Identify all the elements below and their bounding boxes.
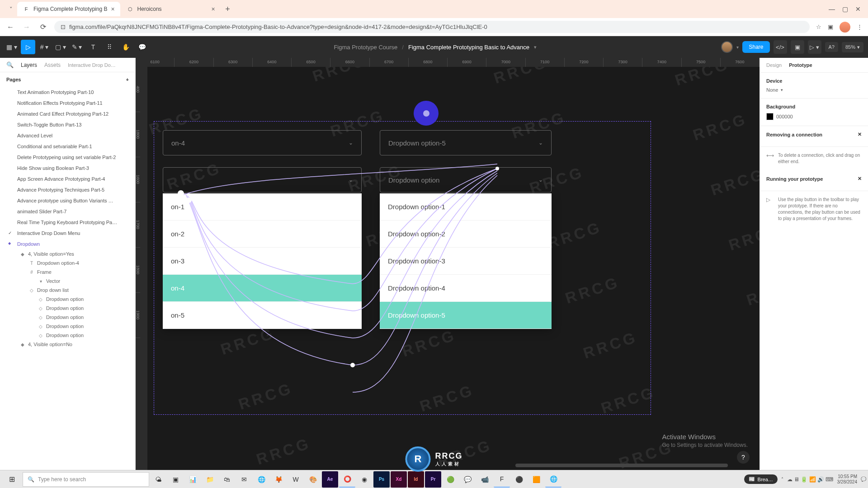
dropdown-option[interactable]: on-1 <box>163 193 362 221</box>
layer-item[interactable]: ▾Vector <box>0 277 135 286</box>
start-button[interactable]: ⊞ <box>2 471 22 488</box>
chrome-icon[interactable]: 🌐 <box>545 471 561 488</box>
close-tab-icon[interactable]: × <box>111 5 114 13</box>
reload-button[interactable]: ⟳ <box>38 22 48 32</box>
layer-item[interactable]: TDropdown option-4 <box>0 258 135 267</box>
edge-icon[interactable]: 🌐 <box>253 471 269 488</box>
news-widget[interactable]: 📰 Brea… <box>744 474 778 484</box>
file-name[interactable]: Figma Complete Prototyping Basic to Adva… <box>408 44 529 51</box>
assets-tab[interactable]: Assets <box>44 62 61 68</box>
zoom-icon[interactable]: 📹 <box>476 471 493 488</box>
design-tab[interactable]: Design <box>766 62 782 68</box>
layer-item[interactable]: #Frame <box>0 267 135 277</box>
dropdown-option[interactable]: on-4 <box>163 275 362 302</box>
notifications-icon[interactable]: 💬 <box>861 477 866 482</box>
help-button[interactable]: ? <box>737 451 750 464</box>
obs-icon[interactable]: ⚫ <box>511 471 527 488</box>
browser-tab[interactable]: ⬡ Heroicons × <box>121 2 221 16</box>
app-icon[interactable]: ◉ <box>356 471 373 488</box>
comment-tool[interactable]: 💬 <box>135 40 149 54</box>
prototype-tab[interactable]: Prototype <box>789 62 812 68</box>
resources-tool[interactable]: ⠿ <box>102 40 117 54</box>
dropdown-collapsed[interactable]: ⌄ <box>163 167 362 192</box>
aftereffects-icon[interactable]: Ae <box>322 471 338 488</box>
layer-item[interactable]: ◇Dropdown option <box>0 304 135 313</box>
page-item[interactable]: App Screen Advance Prototyping Part-4 <box>0 174 135 184</box>
zoom-control[interactable]: 85% ▾ <box>842 42 863 52</box>
layer-item[interactable]: ◇Dropdown option <box>0 295 135 304</box>
layer-item[interactable]: ◆4, Visible option=Yes <box>0 249 135 258</box>
close-tip-icon[interactable]: ✕ <box>858 131 862 137</box>
word-icon[interactable]: W <box>288 471 304 488</box>
page-item[interactable]: Text Animation Prototyping Part-10 <box>0 87 135 98</box>
page-item[interactable]: Delete Prototypeing using set variable P… <box>0 152 135 163</box>
user-avatar[interactable] <box>721 41 733 53</box>
dropdown-option[interactable]: Dropdown option-4 <box>380 275 552 302</box>
background-color[interactable]: 000000 <box>766 113 862 120</box>
clock[interactable]: 10:55 PM 3/28/2024 <box>837 474 858 485</box>
shape-tool[interactable]: ▢ ▾ <box>53 40 68 54</box>
url-input[interactable]: ⊡ figma.com/file/PaQkqrN8JNCFMGTiNB8v4T/… <box>54 21 810 33</box>
page-item[interactable]: Conditional and setvariable Part-1 <box>0 141 135 152</box>
premiere-icon[interactable]: Pr <box>425 471 441 488</box>
figma-taskbar-icon[interactable]: F <box>494 471 510 488</box>
page-item[interactable]: Animated Card Effect Prototyping Part-12 <box>0 108 135 119</box>
dropdown-option[interactable]: on-3 <box>163 248 362 275</box>
page-item[interactable]: Switch-Toggle Button Part-13 <box>0 119 135 130</box>
bookmark-icon[interactable]: ☆ <box>816 23 821 30</box>
layers-tab[interactable]: Layers <box>21 62 37 68</box>
page-item[interactable]: Real Time Typing Keyboard Prototyping Pa… <box>0 217 135 228</box>
taskbar-search[interactable]: 🔍 Type here to search <box>23 472 149 487</box>
layer-item[interactable]: ◇Dropdown option <box>0 322 135 331</box>
layer-item[interactable]: ◇Dropdown option <box>0 331 135 340</box>
maximize-icon[interactable]: ▢ <box>842 5 848 13</box>
back-button[interactable]: ← <box>5 22 15 32</box>
page-item[interactable]: Interactive Drop Down Menu <box>0 228 135 239</box>
layer-item[interactable]: ◇Dropdown option <box>0 313 135 322</box>
browser-tab-active[interactable]: F Figma Complete Prototyping B × <box>17 2 120 16</box>
dropdown-open-left[interactable]: on-1on-2on-3on-4on-5 <box>163 193 362 329</box>
app-icon[interactable]: 📊 <box>184 471 201 488</box>
menu-icon[interactable]: ⋮ <box>857 23 863 30</box>
chrome-icon[interactable]: ⭕ <box>339 471 355 488</box>
tabs-caret-icon[interactable]: ˅ <box>5 6 16 13</box>
photoshop-icon[interactable]: Ps <box>373 471 390 488</box>
forward-button[interactable]: → <box>22 22 32 32</box>
search-icon[interactable]: 🔍 <box>6 61 14 68</box>
page-item[interactable]: Advanced Level <box>0 130 135 141</box>
dropdown-collapsed[interactable]: Dropdown option-5⌄ <box>380 130 552 155</box>
dropdown-collapsed[interactable]: Dropdown option⌄ <box>380 167 552 192</box>
new-tab-button[interactable]: + <box>222 3 234 15</box>
system-tray[interactable]: ☁ 🖥 🔋 📶 🔊 ⌨ <box>787 476 834 483</box>
app-icon[interactable]: 🎨 <box>305 471 321 488</box>
close-icon[interactable]: ✕ <box>855 5 861 13</box>
close-tip-icon[interactable]: ✕ <box>858 176 862 182</box>
minimize-icon[interactable]: ― <box>829 5 835 13</box>
dev-mode-button[interactable]: </> <box>774 40 787 54</box>
device-selector[interactable]: None ▾ <box>766 87 862 93</box>
close-tab-icon[interactable]: × <box>211 5 215 13</box>
frame-tool[interactable]: # ▾ <box>37 40 52 54</box>
add-page-button[interactable]: + <box>126 77 129 82</box>
store-icon[interactable]: 🛍 <box>219 471 235 488</box>
layer-item[interactable]: ◆4, Visible option=No <box>0 340 135 349</box>
main-menu-button[interactable]: ▦ ▾ <box>5 40 19 54</box>
firefox-icon[interactable]: 🦊 <box>270 471 287 488</box>
a11y-badge[interactable]: A? <box>825 42 838 52</box>
avatar-caret-icon[interactable]: ▾ <box>736 45 739 50</box>
dropdown-option[interactable]: Dropdown option-2 <box>380 221 552 248</box>
page-crumb[interactable]: Interactive Drop Do… <box>68 62 129 68</box>
tray-expand-icon[interactable]: ˄ <box>781 477 783 482</box>
page-item[interactable]: Hide Show using Boolean Part-3 <box>0 163 135 174</box>
app-icon[interactable]: 🟧 <box>528 471 544 488</box>
dropdown-option[interactable]: Dropdown option-3 <box>380 248 552 275</box>
task-view-icon[interactable]: ▣ <box>167 471 184 488</box>
dropdown-open-right[interactable]: Dropdown option-1Dropdown option-2Dropdo… <box>380 193 552 329</box>
text-tool[interactable]: T <box>86 40 100 54</box>
present-button[interactable]: ▷ ▾ <box>808 40 821 54</box>
discord-icon[interactable]: 💬 <box>459 471 476 488</box>
project-name[interactable]: Figma Prototype Course <box>334 44 397 51</box>
dropdown-collapsed[interactable]: on-4⌄ <box>163 130 362 155</box>
file-explorer-icon[interactable]: 📁 <box>202 471 218 488</box>
canvas[interactable]: RRCGRRCGRRCGRRCGRRCGRRCGRRCGRRCGRRCGRRCG… <box>136 58 760 470</box>
